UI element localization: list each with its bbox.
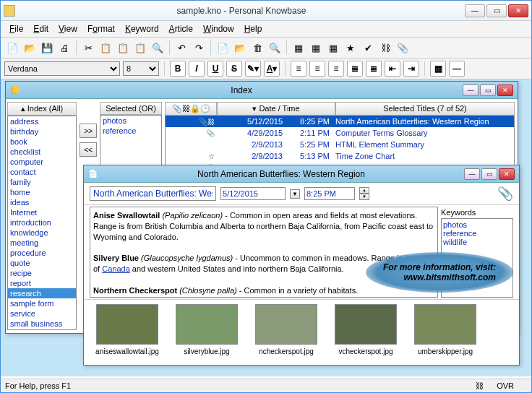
title-row[interactable]: 📎4/29/20152:11 PMComputer Terms Glossary bbox=[166, 127, 514, 139]
menu-view[interactable]: View bbox=[54, 22, 82, 35]
keyword-item[interactable]: small business bbox=[8, 319, 76, 329]
cascade-icon[interactable]: ▦ bbox=[308, 40, 324, 56]
underline-button[interactable]: U bbox=[207, 61, 223, 77]
undo-icon[interactable]: ↶ bbox=[173, 40, 189, 56]
keyword-item[interactable]: checklist bbox=[8, 147, 76, 157]
keyword-item[interactable]: software bbox=[8, 329, 76, 330]
menu-help[interactable]: Help bbox=[240, 22, 267, 35]
index-minimize[interactable]: — bbox=[463, 85, 479, 96]
article-maximize[interactable]: ▭ bbox=[481, 168, 497, 180]
col-icons-header[interactable]: 📎⛓🔒🕒 bbox=[165, 102, 217, 116]
font-family-select[interactable]: Verdana bbox=[4, 61, 120, 76]
keyword-item[interactable]: report bbox=[8, 278, 76, 288]
menu-format[interactable]: Format bbox=[83, 22, 119, 35]
star-icon[interactable]: ★ bbox=[343, 40, 359, 56]
menu-keyword[interactable]: Keyword bbox=[121, 22, 163, 35]
cut-icon[interactable]: ✂ bbox=[80, 40, 96, 56]
search-articles-icon[interactable]: 🔍 bbox=[267, 40, 283, 56]
keyword-item[interactable]: address bbox=[8, 116, 76, 126]
highlight-button[interactable]: ✎▾ bbox=[245, 61, 261, 77]
new-icon[interactable]: 📄 bbox=[4, 40, 20, 56]
col-titles-header[interactable]: Selected Titles (7 of 52) bbox=[335, 102, 515, 116]
col-selected-header[interactable]: Selected (OR) bbox=[100, 102, 162, 115]
indent-button[interactable]: ⇥ bbox=[403, 61, 419, 77]
font-size-select[interactable]: 8 bbox=[123, 61, 159, 76]
keyword-item[interactable]: sample form bbox=[8, 298, 76, 308]
attach-tool-icon[interactable]: 📎 bbox=[395, 40, 411, 56]
article-close[interactable]: ✕ bbox=[499, 168, 515, 180]
index-close[interactable]: ✕ bbox=[497, 85, 513, 96]
menu-edit[interactable]: Edit bbox=[29, 22, 53, 35]
fontcolor-button[interactable]: A▾ bbox=[264, 61, 280, 77]
bold-button[interactable]: B bbox=[170, 61, 186, 77]
index-icon[interactable]: ▦ bbox=[291, 40, 306, 56]
keyword-item[interactable]: Internet bbox=[8, 207, 76, 217]
keyword-item[interactable]: home bbox=[8, 187, 76, 197]
attachment-item[interactable]: aniseswallowtail.jpg bbox=[93, 304, 162, 355]
index-maximize[interactable]: ▭ bbox=[480, 85, 496, 96]
title-row[interactable]: ☆2/9/20135:13 PMTime Zone Chart bbox=[166, 150, 514, 162]
attachment-item[interactable]: vcheckerspot.jpg bbox=[331, 304, 400, 355]
move-right-button[interactable]: >> bbox=[80, 124, 97, 138]
all-keywords-list[interactable]: addressbirthdaybookchecklistcomputercont… bbox=[7, 116, 77, 330]
open-icon[interactable]: 📂 bbox=[22, 40, 38, 56]
keyword-item[interactable]: ideas bbox=[8, 197, 76, 207]
keyword-item[interactable]: quote bbox=[8, 258, 76, 268]
minimize-button[interactable]: — bbox=[465, 4, 485, 17]
redo-icon[interactable]: ↷ bbox=[191, 40, 207, 56]
keyword-item[interactable]: computer bbox=[8, 157, 76, 167]
attachment-item[interactable]: umberskipper.jpg bbox=[411, 304, 480, 355]
keyword-item[interactable]: book bbox=[8, 137, 76, 147]
keyword-item[interactable]: service bbox=[8, 308, 76, 319]
menu-window[interactable]: Window bbox=[199, 22, 239, 35]
print-icon[interactable]: 🖨 bbox=[56, 40, 72, 56]
keyword-item[interactable]: introduction bbox=[8, 217, 76, 228]
open-article-icon[interactable]: 📂 bbox=[232, 40, 248, 56]
close-button[interactable]: ✕ bbox=[508, 4, 528, 17]
col-datetime-header[interactable]: ▾ Date / Time bbox=[217, 102, 335, 116]
article-date-input[interactable] bbox=[220, 187, 286, 200]
delete-icon[interactable]: 🗑 bbox=[249, 40, 265, 56]
attachment-panel-icon[interactable]: 📎 bbox=[497, 186, 513, 202]
article-keyword-item[interactable]: reference bbox=[443, 229, 511, 238]
article-titlebar[interactable]: 📄 North American Butterflies: Western Re… bbox=[84, 165, 519, 183]
keyword-item[interactable]: knowledge bbox=[8, 228, 76, 238]
save-icon[interactable]: 💾 bbox=[39, 40, 55, 56]
tile-icon[interactable]: ▦ bbox=[325, 40, 341, 56]
align-left-button[interactable]: ≡ bbox=[291, 61, 306, 77]
find-icon[interactable]: 🔍 bbox=[150, 40, 166, 56]
title-row[interactable]: 📎⛓5/12/20158:25 PMNorth American Butterf… bbox=[166, 116, 514, 127]
date-dropdown-icon[interactable]: ▼ bbox=[290, 189, 300, 199]
move-left-button[interactable]: << bbox=[80, 142, 97, 157]
new-article-icon[interactable]: 📄 bbox=[215, 40, 231, 56]
align-center-button[interactable]: ≡ bbox=[309, 61, 325, 77]
keyword-item[interactable]: recipe bbox=[8, 268, 76, 278]
article-minimize[interactable]: — bbox=[464, 168, 480, 180]
keyword-item[interactable]: birthday bbox=[8, 126, 76, 137]
strike-button[interactable]: S bbox=[226, 61, 242, 77]
title-row[interactable]: 2/9/20135:25 PMHTML Element Summary bbox=[166, 139, 514, 150]
col-all-header[interactable]: ▴ Index (All) bbox=[7, 102, 77, 116]
copy-icon[interactable]: 📋 bbox=[98, 40, 113, 56]
menu-article[interactable]: Article bbox=[165, 22, 197, 35]
table-button[interactable]: ▦ bbox=[430, 61, 446, 77]
article-time-input[interactable] bbox=[304, 187, 355, 200]
italic-button[interactable]: I bbox=[189, 61, 205, 77]
spellcheck-icon[interactable]: ✔ bbox=[360, 40, 376, 56]
index-titlebar[interactable]: 📒 Index — ▭ ✕ bbox=[6, 82, 518, 99]
align-right-button[interactable]: ≡ bbox=[328, 61, 344, 77]
numbers-button[interactable]: ≣ bbox=[366, 61, 382, 77]
paste-icon[interactable]: 📋 bbox=[115, 40, 131, 56]
article-keyword-item[interactable]: wildlife bbox=[443, 238, 511, 246]
keyword-item[interactable]: meeting bbox=[8, 238, 76, 248]
attachment-item[interactable]: ncheckerspot.jpg bbox=[252, 304, 321, 355]
article-keyword-item[interactable]: photos bbox=[443, 220, 511, 229]
paste-special-icon[interactable]: 📋 bbox=[132, 40, 148, 56]
keyword-item[interactable]: research bbox=[8, 288, 76, 298]
keyword-item[interactable]: family bbox=[8, 177, 76, 187]
link-tool-icon[interactable]: ⛓ bbox=[377, 40, 393, 56]
outdent-button[interactable]: ⇤ bbox=[385, 61, 400, 77]
keyword-item[interactable]: contact bbox=[8, 167, 76, 177]
time-spinner[interactable]: ▲▼ bbox=[359, 187, 369, 200]
article-title-input[interactable] bbox=[90, 186, 216, 201]
